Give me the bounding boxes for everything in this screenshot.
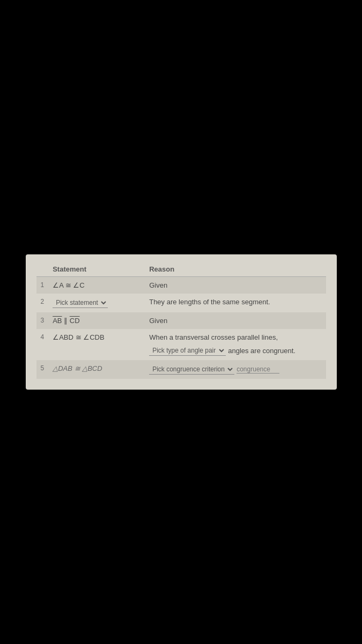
angle-pair-row: Pick type of angle pair Alternate interi… <box>149 346 321 356</box>
table-row: 2 Pick statement BD ≅ BD AB ≅ CD AD ≅ BC… <box>36 294 326 312</box>
proof-table: Statement Reason 1 ∠A ≅ ∠C Given 2 P <box>36 263 326 379</box>
row-2-num: 2 <box>36 294 49 312</box>
row-4-num: 4 <box>36 329 49 360</box>
row-3-reason: Given <box>145 312 326 329</box>
table-row: 1 ∠A ≅ ∠C Given <box>36 277 326 294</box>
row-1-reason: Given <box>145 277 326 294</box>
row-1-num: 1 <box>36 277 49 294</box>
row-5-num: 5 <box>36 360 49 379</box>
table-row: 5 △DAB ≅ △BCD Pick congruence criterion … <box>36 360 326 379</box>
congruence-criterion-dropdown[interactable]: Pick congruence criterion ASA AAS SAS SS… <box>149 364 234 375</box>
row-3-statement: AB ∥ CD <box>48 312 145 329</box>
statement-dropdown[interactable]: Pick statement BD ≅ BD AB ≅ CD AD ≅ BC <box>53 298 108 308</box>
row-2-statement[interactable]: Pick statement BD ≅ BD AB ≅ CD AD ≅ BC <box>48 294 145 312</box>
congruence-input[interactable] <box>237 365 279 374</box>
row-4-reason: When a transversal crosses parallel line… <box>145 329 326 360</box>
row-3-num: 3 <box>36 312 49 329</box>
table-row: 4 ∠ABD ≅ ∠CDB When a transversal crosses… <box>36 329 326 360</box>
row-4-statement: ∠ABD ≅ ∠CDB <box>48 329 145 360</box>
row-5-statement: △DAB ≅ △BCD <box>48 360 145 379</box>
row-5-reason: Pick congruence criterion ASA AAS SAS SS… <box>145 360 326 379</box>
angle-pair-dropdown[interactable]: Pick type of angle pair Alternate interi… <box>149 346 226 356</box>
proof-container: Statement Reason 1 ∠A ≅ ∠C Given 2 P <box>26 254 337 390</box>
table-row: 3 AB ∥ CD Given <box>36 312 326 329</box>
row-1-statement: ∠A ≅ ∠C <box>48 277 145 294</box>
col-statement-header: Statement <box>48 263 145 277</box>
row-2-reason: They are lengths of the same segment. <box>145 294 326 312</box>
col-num-header <box>36 263 49 277</box>
col-reason-header: Reason <box>145 263 326 277</box>
